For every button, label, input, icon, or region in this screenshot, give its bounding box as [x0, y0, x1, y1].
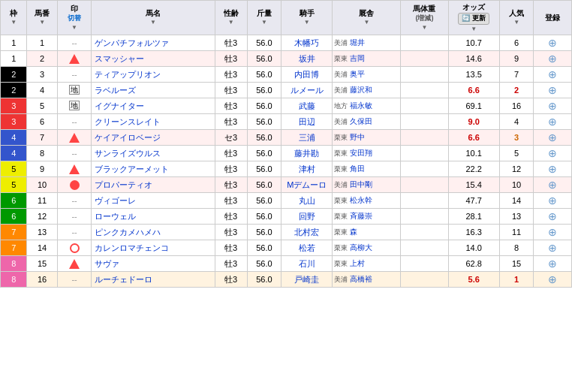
kishu-link[interactable]: 内田博 [294, 70, 319, 79]
touroku-cell[interactable]: ⊕ [534, 67, 572, 83]
shirushi-cell[interactable]: -- [57, 193, 92, 209]
kishu-link[interactable]: 藤井勘 [294, 149, 319, 158]
touroku-cell[interactable]: ⊕ [534, 240, 572, 256]
umaname-cell[interactable]: プロパーティオ [92, 177, 215, 193]
kishu-link[interactable]: 戸崎圭 [294, 275, 319, 284]
umaname-cell[interactable]: カレンロマチェンコ [92, 240, 215, 256]
kishu-link[interactable]: 石川 [299, 259, 315, 268]
kishu-cell[interactable]: ルメール [281, 83, 333, 98]
shirushi-cell[interactable]: -- [57, 146, 92, 161]
umaname-cell[interactable]: サヴァ [92, 256, 215, 272]
touroku-icon[interactable]: ⊕ [548, 147, 557, 159]
touroku-icon[interactable]: ⊕ [548, 37, 557, 49]
shirushi-cell[interactable] [57, 51, 92, 67]
touroku-icon[interactable]: ⊕ [548, 258, 557, 270]
kyusha-link[interactable]: 田中剛 [350, 180, 372, 188]
kyusha-cell[interactable]: 美浦 堀井 [333, 35, 401, 51]
touroku-cell[interactable]: ⊕ [534, 146, 572, 161]
kyusha-cell[interactable]: 栗東 松永幹 [333, 193, 401, 209]
umaname-link[interactable]: ティアップリオン [95, 70, 161, 79]
shirushi-cell[interactable] [57, 130, 92, 146]
umaname-link[interactable]: ルーチェドーロ [95, 275, 152, 284]
shirushi-cell[interactable]: -- [57, 272, 92, 288]
touroku-cell[interactable]: ⊕ [534, 161, 572, 177]
shirushi-cell[interactable] [57, 177, 92, 193]
kishu-cell[interactable]: 田辺 [281, 114, 333, 130]
kyusha-cell[interactable]: 美浦 藤沢和 [333, 83, 401, 98]
kishu-link[interactable]: 田辺 [299, 117, 315, 126]
kishu-link[interactable]: Mデムーロ [287, 180, 327, 189]
touroku-icon[interactable]: ⊕ [548, 53, 557, 65]
shirushi-cell[interactable] [57, 256, 92, 272]
kyusha-cell[interactable]: 栗東 野中 [333, 130, 401, 146]
umaname-cell[interactable]: ブラックアーメット [92, 161, 215, 177]
touroku-cell[interactable]: ⊕ [534, 225, 572, 240]
kishu-cell[interactable]: 丸山 [281, 193, 333, 209]
kyusha-cell[interactable]: 栗東 森 [333, 225, 401, 240]
kyusha-link[interactable]: 久保田 [350, 117, 372, 125]
kishu-link[interactable]: 武藤 [299, 101, 315, 110]
kishu-cell[interactable]: 北村宏 [281, 225, 333, 240]
kyusha-cell[interactable]: 栗東 上村 [333, 256, 401, 272]
umaname-cell[interactable]: ローウェル [92, 209, 215, 225]
kishu-link[interactable]: 回野 [299, 212, 315, 221]
kishu-cell[interactable]: 内田博 [281, 67, 333, 83]
touroku-cell[interactable]: ⊕ [534, 272, 572, 288]
touroku-cell[interactable]: ⊕ [534, 209, 572, 225]
touroku-cell[interactable]: ⊕ [534, 98, 572, 114]
touroku-cell[interactable]: ⊕ [534, 130, 572, 146]
umaname-link[interactable]: カレンロマチェンコ [95, 243, 169, 252]
kyusha-cell[interactable]: 栗東 斉藤崇 [333, 209, 401, 225]
kyusha-cell[interactable]: 栗東 吉岡 [333, 51, 401, 67]
touroku-icon[interactable]: ⊕ [548, 210, 557, 222]
touroku-icon[interactable]: ⊕ [548, 163, 557, 175]
umaname-link[interactable]: サヴァ [95, 259, 119, 268]
umaname-cell[interactable]: ヴィゴーレ [92, 193, 215, 209]
touroku-icon[interactable]: ⊕ [548, 84, 557, 96]
shirushi-cell[interactable]: -- [57, 35, 92, 51]
touroku-cell[interactable]: ⊕ [534, 83, 572, 98]
touroku-icon[interactable]: ⊕ [548, 242, 557, 254]
umaname-cell[interactable]: サンライズウルス [92, 146, 215, 161]
th-odds[interactable]: オッズ 🔄 更新 ▼ [448, 1, 499, 35]
umaname-link[interactable]: クリーンスレイト [95, 117, 161, 126]
kyusha-link[interactable]: 安田翔 [350, 149, 372, 157]
umaname-link[interactable]: プロパーティオ [95, 180, 152, 189]
umaname-cell[interactable]: ラベルーズ [92, 83, 215, 98]
touroku-icon[interactable]: ⊕ [548, 179, 557, 191]
umaname-cell[interactable]: ピンクカメハメハ [92, 225, 215, 240]
kishu-cell[interactable]: 武藤 [281, 98, 333, 114]
kishu-cell[interactable]: 三浦 [281, 130, 333, 146]
kishu-cell[interactable]: 松若 [281, 240, 333, 256]
touroku-icon[interactable]: ⊕ [548, 68, 557, 80]
kishu-cell[interactable]: 坂井 [281, 51, 333, 67]
shirushi-cell[interactable] [57, 161, 92, 177]
umaname-cell[interactable]: スマッシャー [92, 51, 215, 67]
shirushi-cell[interactable]: 地 [57, 98, 92, 114]
umaname-cell[interactable]: ケイアイロベージ [92, 130, 215, 146]
shirushi-cell[interactable] [57, 240, 92, 256]
umaname-cell[interactable]: クリーンスレイト [92, 114, 215, 130]
kyusha-cell[interactable]: 美浦 田中剛 [333, 177, 401, 193]
umaname-link[interactable]: ラベルーズ [95, 86, 136, 95]
umaname-link[interactable]: ケイアイロベージ [95, 133, 161, 142]
kishu-link[interactable]: 木幡巧 [294, 38, 319, 47]
touroku-cell[interactable]: ⊕ [534, 114, 572, 130]
kishu-cell[interactable]: 戸崎圭 [281, 272, 333, 288]
kishu-link[interactable]: 坂井 [299, 54, 315, 63]
umaname-link[interactable]: スマッシャー [95, 54, 144, 63]
touroku-icon[interactable]: ⊕ [548, 116, 557, 128]
kyusha-cell[interactable]: 美浦 高橋裕 [333, 272, 401, 288]
umaname-link[interactable]: ブラックアーメット [95, 164, 169, 173]
kishu-cell[interactable]: 津村 [281, 161, 333, 177]
kyusha-link[interactable]: 森 [350, 228, 357, 236]
umaname-cell[interactable]: イグナイター [92, 98, 215, 114]
umaname-link[interactable]: イグナイター [95, 101, 144, 110]
kishu-cell[interactable]: 回野 [281, 209, 333, 225]
kyusha-cell[interactable]: 美浦 奥平 [333, 67, 401, 83]
umaname-cell[interactable]: ティアップリオン [92, 67, 215, 83]
touroku-cell[interactable]: ⊕ [534, 35, 572, 51]
touroku-cell[interactable]: ⊕ [534, 256, 572, 272]
kyusha-cell[interactable]: 栗東 安田翔 [333, 146, 401, 161]
kyusha-cell[interactable]: 美浦 久保田 [333, 114, 401, 130]
